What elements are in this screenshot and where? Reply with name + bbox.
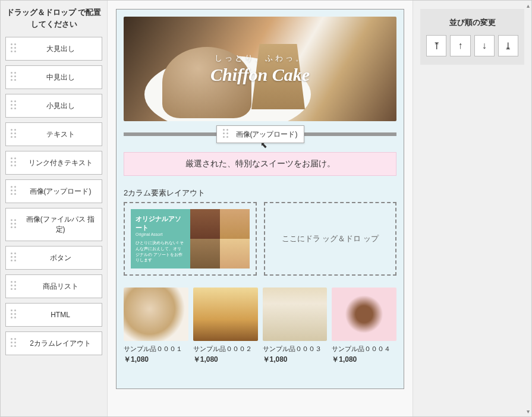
palette-block-10[interactable]: 2カラムレイアウト [5, 331, 102, 355]
product-price: ￥1,080 [124, 355, 188, 365]
move-bottom-button[interactable]: ⤓ [498, 35, 518, 56]
assort-title-jp: オリジナルアソート [136, 214, 185, 232]
drag-handle-icon [11, 338, 19, 349]
two-column-layout: オリジナルアソート Original Assort ひとりに決められない! そん… [124, 202, 396, 276]
product-image [124, 288, 188, 341]
palette-block-label: 商品リスト [24, 282, 97, 292]
hero-text: しっとり、ふわっ。 Chiffon Cake [210, 53, 310, 85]
palette-block-5[interactable]: 画像(アップロード) [5, 179, 102, 203]
product-price: ￥1,080 [193, 355, 258, 365]
two-column-section-title: 2カラム要素レイアウト [124, 188, 396, 198]
scroll-down-icon: ▾ [527, 408, 530, 415]
product-name: サンプル品０００３ [263, 345, 328, 353]
palette-block-label: 2カラムレイアウト [24, 339, 97, 349]
drag-handle-icon [11, 309, 19, 320]
drag-handle-icon [11, 100, 19, 111]
product-name: サンプル品０００４ [332, 345, 396, 353]
hero-image[interactable]: しっとり、ふわっ。 Chiffon Cake [124, 17, 396, 121]
dragging-block-label: 画像(アップロード) [236, 129, 298, 140]
canvas-scroll[interactable]: しっとり、ふわっ。 Chiffon Cake 画像(アップロード) ⬉ 厳選され… [108, 1, 413, 416]
product-item[interactable]: サンプル品０００２￥1,080 [193, 288, 258, 365]
page-canvas[interactable]: しっとり、ふわっ。 Chiffon Cake 画像(アップロード) ⬉ 厳選され… [116, 9, 404, 389]
palette-block-label: テキスト [24, 129, 97, 140]
drag-handle-icon [11, 252, 19, 263]
palette-block-1[interactable]: 中見出し [5, 65, 102, 89]
column-left[interactable]: オリジナルアソート Original Assort ひとりに決められない! そん… [124, 202, 257, 276]
product-name: サンプル品０００１ [124, 345, 188, 353]
assort-description: ひとりに決められない! そんな声におえして、オリジナルの アソートをお作りします [136, 240, 185, 263]
product-price: ￥1,080 [332, 355, 396, 365]
move-down-button[interactable]: ↓ [474, 35, 495, 56]
move-top-button[interactable]: ⤒ [426, 35, 446, 56]
drag-handle-icon [11, 186, 19, 197]
palette-block-9[interactable]: HTML [5, 303, 102, 327]
palette-block-7[interactable]: ボタン [5, 246, 102, 270]
drag-handle-icon [11, 281, 19, 292]
palette-block-label: HTML [24, 311, 97, 319]
drag-handle-icon [11, 219, 19, 230]
hero-title: Chiffon Cake [210, 65, 310, 85]
move-up-button[interactable]: ↑ [450, 35, 470, 56]
drag-handle-icon [223, 129, 231, 140]
assort-title-en: Original Assort [136, 232, 185, 236]
palette-block-4[interactable]: リンク付きテキスト [5, 151, 102, 175]
assort-card[interactable]: オリジナルアソート Original Assort ひとりに決められない! そん… [131, 209, 250, 268]
product-list: サンプル品０００１￥1,080サンプル品０００２￥1,080サンプル品０００３￥… [124, 288, 396, 365]
palette-block-label: リンク付きテキスト [24, 158, 97, 168]
tagline-banner[interactable]: 厳選された、特別なスイーツをお届け。 [124, 152, 396, 176]
palette-title: ドラッグ＆ドロップ で配置してください [5, 7, 102, 30]
palette-block-label: ボタン [24, 253, 97, 263]
palette-block-label: 画像(ファイルパス 指定) [24, 214, 97, 235]
product-item[interactable]: サンプル品０００１￥1,080 [124, 288, 188, 365]
drag-handle-icon [11, 157, 19, 168]
order-panel-title: 並び順の変更 [426, 17, 518, 28]
dragging-block-chip[interactable]: 画像(アップロード) ⬉ [216, 125, 304, 143]
product-image [332, 288, 396, 341]
assort-thumbnails [190, 209, 250, 268]
product-price: ￥1,080 [263, 355, 328, 365]
drop-indicator: 画像(アップロード) ⬉ [124, 126, 396, 143]
palette-block-0[interactable]: 大見出し [5, 37, 102, 61]
palette-block-label: 中見出し [24, 72, 97, 83]
product-image [263, 288, 328, 341]
palette-block-3[interactable]: テキスト [5, 122, 102, 146]
product-item[interactable]: サンプル品０００３￥1,080 [263, 288, 328, 365]
order-panel: 並び順の変更 ⤒↑↓⤓ [413, 1, 531, 416]
product-item[interactable]: サンプル品０００４￥1,080 [332, 288, 396, 365]
cursor-icon: ⬉ [260, 140, 267, 150]
column-right-dropzone[interactable]: ここにドラ ッグ＆ドロ ップ [264, 202, 397, 276]
palette-block-6[interactable]: 画像(ファイルパス 指定) [5, 208, 102, 241]
product-name: サンプル品０００２ [193, 345, 258, 353]
dropzone-hint: ここにドラ ッグ＆ドロ ップ [282, 233, 379, 245]
palette-block-label: 大見出し [24, 44, 97, 54]
drag-handle-icon [11, 72, 19, 83]
hero-subtitle: しっとり、ふわっ。 [210, 53, 310, 64]
drag-handle-icon [11, 129, 19, 140]
app-frame: ▴ ▾ ドラッグ＆ドロップ で配置してください 大見出し中見出し小見出しテキスト… [0, 0, 532, 417]
palette-block-8[interactable]: 商品リスト [5, 274, 102, 298]
palette-block-label: 画像(アップロード) [24, 187, 97, 197]
palette-block-label: 小見出し [24, 101, 97, 111]
product-image [193, 288, 258, 341]
palette-block-2[interactable]: 小見出し [5, 94, 102, 118]
block-palette: ドラッグ＆ドロップ で配置してください 大見出し中見出し小見出しテキストリンク付… [1, 1, 108, 416]
scroll-up-icon: ▴ [527, 2, 530, 9]
drag-handle-icon [11, 43, 19, 54]
